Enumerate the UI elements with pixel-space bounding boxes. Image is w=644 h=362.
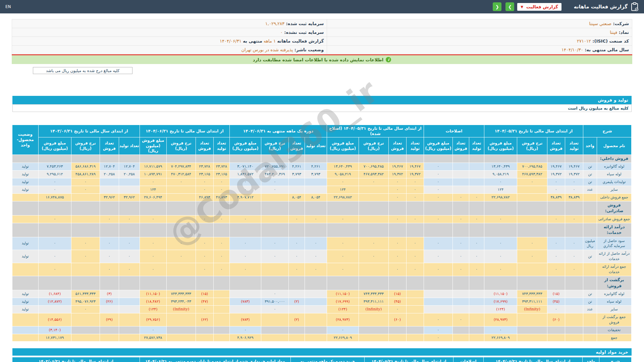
cell-dore-qty: ۳,۷۹۳ <box>305 171 327 178</box>
cell-ghabl-qty: (۳) <box>100 290 119 298</box>
col-header: تعداد فروش <box>388 137 406 155</box>
col-header: نام محصول <box>597 137 632 155</box>
cell-rev-qty <box>406 298 424 305</box>
cell-sal-qty: ۰ <box>213 178 229 186</box>
cell-g05-amt: ۰ <box>484 178 517 186</box>
cell-g05-amt <box>484 276 517 290</box>
cell-unit <box>583 201 597 216</box>
cell-g05-amt <box>484 201 517 216</box>
cell-sal-qty <box>213 155 229 163</box>
cell-dore-qty <box>305 313 327 326</box>
cell-ghabl-qty: ۱۲,۷۰۴ <box>100 163 119 171</box>
cell-dore-rate <box>261 313 288 326</box>
cell-sal-rate: ۴۷۰,۳۱۲,۵۸۴ <box>166 171 196 178</box>
col-group-header: شرح <box>583 125 631 137</box>
cell-sal-rate: ۷۰۴,۲۹۷,۸۳۴ <box>166 163 196 171</box>
cell-sal-qty <box>196 155 213 163</box>
language-toggle-en[interactable]: EN <box>5 4 11 9</box>
cell-ghabl-qty: ۳۲,۹۶۲ <box>119 194 140 201</box>
cell-esl-qty <box>469 326 484 334</box>
cell-rev-amt: ۲۲,۶۹۸,۷۸۲ <box>327 194 359 201</box>
cell-esl-qty <box>469 201 484 216</box>
cell-g05-rate <box>517 326 547 334</box>
cell-esl-qty: ۰ <box>452 263 469 276</box>
cell-sal-amt <box>140 223 166 237</box>
col-group-header: وضعیت محصول-واحد <box>12 125 38 155</box>
cell-rev-amt: ۰ <box>327 237 359 250</box>
cell-status: تولید <box>12 178 38 186</box>
cell-dore-amt <box>229 223 261 237</box>
cell-esl-qty <box>469 171 484 178</box>
cell-dore-qty <box>288 276 305 290</box>
cell-dore-rate <box>261 326 288 334</box>
cell-status <box>12 155 38 163</box>
cell-g05-rate <box>517 201 547 216</box>
cell-g05-qty <box>565 313 583 326</box>
cell-sal-rate <box>166 201 196 216</box>
cell-desc: سود حاصل از سرمایه گذاري <box>597 237 632 250</box>
cell-sal-amt: ۲۷,۵۷۶,۷۳۸ <box>140 334 166 342</box>
cell-ghabl-amt <box>38 155 71 163</box>
info-cell-left: سرمايه ثبت شده: ۱,۰۲۹,۲۸۳ <box>12 19 327 28</box>
cell-unit <box>583 313 597 326</box>
cell-ghabl-qty: ۲۰,۲۵۸ <box>119 171 140 178</box>
row-total-export: جمع فروش صادراتی۰۰۰۰۰۰۰۰۰۰۰۰۰۰۰۰۰۰ <box>12 215 631 223</box>
cell-g05-rate <box>517 186 547 194</box>
cell-ghabl-rate: ۰ <box>71 237 100 250</box>
cell-dore-qty <box>288 290 305 298</box>
cell-sal-amt: (۱۸,۴۸۲) <box>140 298 166 305</box>
cell-g05-qty <box>565 305 583 313</box>
cell-esl-qty: ۰ <box>452 313 469 326</box>
cell-dore-amt <box>229 305 261 313</box>
cell-ghabl-qty: ۰ <box>119 215 140 223</box>
cell-g05-qty <box>547 201 565 216</box>
cell-rev-rate <box>359 194 388 201</box>
cell-status <box>12 194 38 201</box>
cell-dore-qty <box>305 223 327 237</box>
cell-dore-qty <box>305 276 327 290</box>
col-header: تعداد تولید <box>305 137 327 155</box>
cell-rev-qty <box>406 313 424 326</box>
col-header: تعداد فروش <box>196 137 213 155</box>
cell-rev-qty: ۰ <box>388 194 406 201</box>
cell-rev-rate <box>359 155 388 163</box>
cell-dore-amt: ۰ <box>229 326 261 334</box>
col-header: مبلغ فروش (میلیون ریال) <box>424 137 452 155</box>
cell-status <box>12 201 38 216</box>
cell-esl-amt <box>424 276 452 290</box>
cell-sal-rate <box>166 186 196 194</box>
cell-rev-amt: ۰ <box>327 178 359 186</box>
cell-esl-amt <box>424 305 452 313</box>
cell-g05-rate <box>517 263 547 276</box>
info-value: ۱۴۰۴/۱۰/۳۰ <box>561 47 583 52</box>
cell-g05-qty <box>565 298 583 305</box>
cell-esl-amt <box>424 290 452 298</box>
million-rial-note: کلیه مبالغ درج شده به میلیون ریال می باش… <box>33 67 132 74</box>
cell-dore-qty: ۸,۰۵۴ <box>305 194 327 201</box>
cell-g05-qty: ۳۸,۸۳۹ <box>565 194 583 201</box>
cell-rev-rate: (Infinity) <box>359 305 388 313</box>
cell-rev-qty <box>388 155 406 163</box>
cell-esl-amt <box>424 155 452 163</box>
col-header: تعداد فروش <box>288 137 305 155</box>
report-type-dropdown[interactable]: گزارش فعالیت ▼ <box>517 3 561 11</box>
cell-rev-qty <box>388 223 406 237</box>
cell-sal-amt: ۱۰,۸۹۴,۷۹۱ <box>140 171 166 178</box>
cell-rev-rate: ۰ <box>359 178 388 186</box>
nav-prev-button[interactable]: ❮ <box>493 2 501 11</box>
col-header: مبلغ فروش (میلیون ریال) <box>484 137 517 155</box>
info-label: منتهی به <box>241 39 262 44</box>
info-label: وضعیت ناشر: <box>293 47 324 52</box>
cell-sal-qty: ۲۳,۱۶۵ <box>196 171 213 178</box>
col-header: مبلغ فروش (میلیون ریال) <box>229 137 261 155</box>
cell-esl-amt: ۰ <box>424 194 452 201</box>
cell-ghabl-amt: ۰ <box>38 186 71 194</box>
cell-g05-qty: (۶۰) <box>547 313 565 326</box>
cell-dore-rate <box>261 334 288 342</box>
cell-sal-rate: ۰ <box>166 237 196 250</box>
cell-g05-qty <box>565 276 583 290</box>
nav-next-button[interactable]: ❯ <box>505 2 514 11</box>
row-total-returns: جمع برگشت از فروش(۶۰)(۲۸,۹۷۳)۰۰(۶۰)(۲۸,۹… <box>12 313 631 326</box>
cell-rev-qty: ۰ <box>388 215 406 223</box>
cell-g05-qty: ۰ <box>565 178 583 186</box>
